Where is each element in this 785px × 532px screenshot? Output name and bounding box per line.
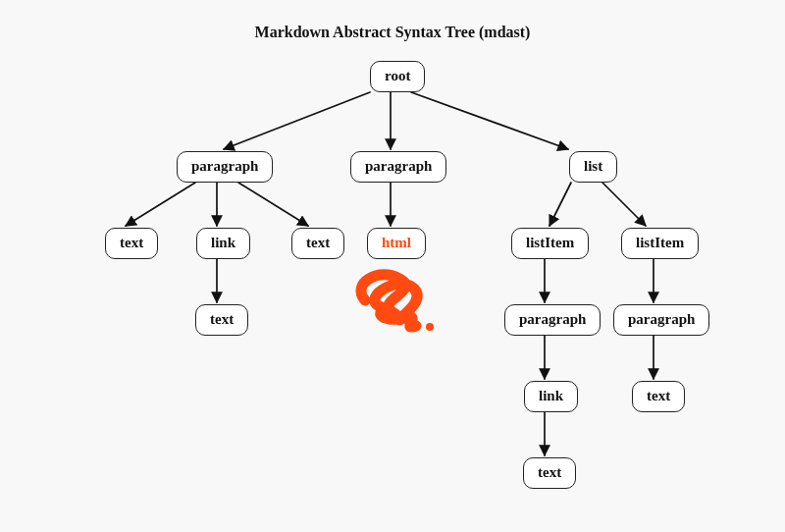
node-listitem-2: listItem [621, 228, 699, 259]
svg-line-3 [126, 183, 195, 226]
svg-line-8 [550, 183, 571, 226]
svg-line-0 [224, 92, 370, 149]
node-paragraph-2: paragraph [350, 151, 446, 183]
node-li2-paragraph: paragraph [613, 304, 709, 336]
diagram-title: Markdown Abstract Syntax Tree (mdast) [0, 24, 785, 41]
node-listitem-1: listItem [511, 228, 589, 259]
node-li1-link: link [524, 381, 578, 412]
scribble-annotation [345, 261, 444, 338]
node-list: list [569, 151, 617, 183]
svg-line-2 [411, 92, 568, 149]
node-root: root [370, 61, 425, 92]
node-li1-paragraph: paragraph [504, 304, 601, 336]
svg-line-5 [238, 183, 308, 226]
node-text-under-link: text [195, 304, 248, 336]
node-text-left: text [105, 228, 158, 259]
diagram-canvas: { "title": "Markdown Abstract Syntax Tre… [0, 0, 785, 532]
node-paragraph-1: paragraph [177, 151, 273, 183]
node-li2-text: text [632, 381, 685, 412]
node-link-1: link [196, 228, 250, 259]
node-text-right: text [291, 228, 344, 259]
node-html: html [367, 228, 426, 259]
svg-line-9 [602, 183, 646, 226]
svg-point-15 [426, 323, 434, 331]
node-li1-text: text [523, 457, 576, 489]
